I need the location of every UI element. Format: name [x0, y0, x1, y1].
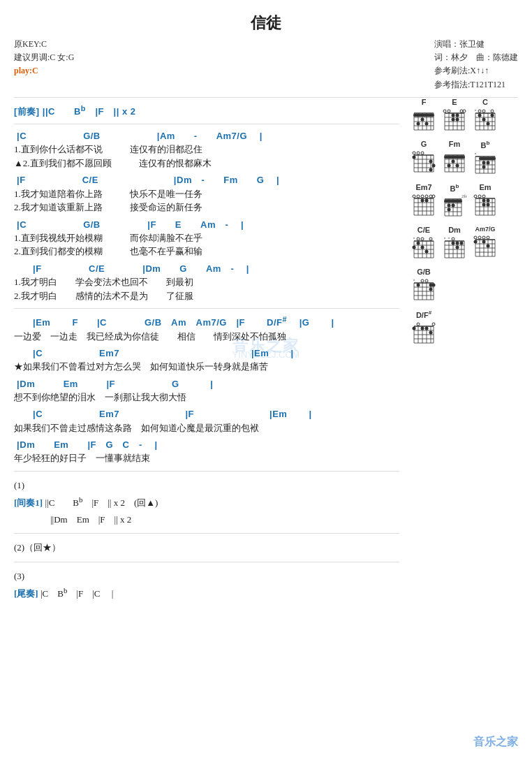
svg-point-14 [425, 122, 429, 126]
svg-point-206 [474, 240, 478, 244]
svg-point-171 [421, 246, 424, 249]
lyric-line-7: 想不到你绝望的泪水 一刹那让我大彻大悟 [14, 391, 399, 404]
chord-Fm: Fm [441, 140, 468, 176]
lyric-line-1a: 1.直到你什么话都不说 连仅有的泪都忍住 [14, 143, 399, 156]
svg-point-150 [482, 198, 486, 202]
svg-point-222 [421, 279, 424, 282]
svg-point-118 [432, 195, 435, 198]
chord-line-8: |C Em7 |F |Em | [14, 408, 399, 421]
svg-point-148 [478, 195, 481, 198]
chord-Em: Em [472, 183, 498, 219]
svg-point-46 [478, 110, 481, 112]
svg-point-186 [452, 238, 455, 240]
svg-rect-11 [413, 114, 434, 117]
svg-point-135 [448, 208, 451, 212]
svg-text:×: × [474, 108, 476, 112]
lyric-line-3b: 2.直到我们都变的模糊 也毫不在乎赢和输 [14, 245, 399, 258]
svg-point-239 [417, 323, 420, 326]
chord-GB: G/B × [411, 268, 437, 303]
chord-E: E [441, 98, 468, 133]
svg-rect-98 [479, 157, 496, 160]
outro-chords: [尾奏] |C Bb |F |C | [14, 584, 399, 602]
svg-point-85 [456, 164, 459, 168]
svg-point-70 [429, 168, 433, 172]
divider-2 [14, 124, 399, 124]
svg-point-99 [482, 161, 486, 164]
chord-Bb2: Bb 2fr [441, 183, 468, 219]
svg-point-13 [417, 122, 420, 126]
lyric-line-2b: 2.我才知道该重新上路 接受命运的新任务 [14, 201, 399, 214]
chord-CE: C/E × [411, 226, 437, 261]
strum-label: 参考刷法:X↑↓↑ [434, 64, 518, 78]
verse-a-chords-1: |C G/B |Am - Am7/G | 1.直到你什么话都不说 连仅有的泪都忍… [14, 130, 399, 170]
svg-point-66 [421, 152, 424, 154]
svg-point-170 [417, 242, 420, 245]
svg-point-207 [482, 240, 486, 244]
chord-C: C × [472, 98, 498, 133]
divider-6 [14, 562, 399, 562]
svg-point-223 [425, 279, 428, 282]
svg-point-113 [413, 195, 415, 198]
svg-point-151 [487, 198, 490, 202]
chord-line-6: |C Em7 |Em | [14, 347, 399, 360]
svg-point-101 [482, 165, 486, 168]
suggest-label: 建议男调:C 女:G [14, 51, 74, 64]
svg-point-27 [448, 110, 450, 112]
svg-point-100 [487, 161, 490, 164]
svg-point-83 [452, 160, 455, 163]
svg-point-12 [421, 118, 424, 122]
svg-point-189 [460, 242, 464, 245]
chorus-chords-4: |C Em7 |F |Em | 如果我们不曾走过感情这条路 如何知道心魔是最沉重… [14, 408, 399, 435]
verse-a-chords-2: |F C/E |Dm - Fm G | 1.我才知道陪着你上路 快乐不是唯一任务… [14, 174, 399, 214]
svg-point-204 [482, 236, 485, 239]
lyric-line-6: ★如果我们不曾看过对方怎么哭 如何知道快乐一转身就是痛苦 [14, 360, 399, 374]
interlude-1-dm: ||Dm Em |F || x 2 [14, 511, 399, 527]
chorus-chords-2: |C Em7 |Em | ★如果我们不曾看过对方怎么哭 如何知道快乐一转身就是痛… [14, 347, 399, 374]
svg-point-166 [417, 238, 420, 240]
lyric-line-5: 一边爱 一边走 我已经成为你信徒 相信 情到深处不怕孤独 [14, 330, 399, 344]
lyric-line-4b: 2.我才明白 感情的法术不是为 了征服 [14, 289, 399, 303]
chord-row-6: D/F# [411, 309, 522, 346]
svg-point-65 [417, 152, 420, 154]
svg-text:2fr: 2fr [461, 194, 468, 199]
svg-point-133 [448, 204, 451, 207]
svg-point-31 [456, 114, 459, 117]
play-label: play:C [14, 64, 74, 78]
svg-point-64 [413, 152, 415, 154]
lyric-line-8: 如果我们不曾走过感情这条路 如何知道心魔是最沉重的包袱 [14, 421, 399, 435]
svg-text:×: × [448, 236, 450, 240]
svg-point-241 [425, 326, 429, 330]
song-title: 信徒 [14, 13, 518, 34]
chord-row-4: C/E × [411, 226, 522, 261]
svg-rect-82 [444, 156, 465, 159]
prelude-chords: [前奏] ||C Bb |F || x 2 [14, 103, 399, 119]
svg-point-115 [421, 195, 424, 198]
footer-logo: 音乐之家 [473, 735, 518, 750]
chorus-chords-5: |Dm Em |F G C - | 年少轻狂的好日子 一懂事就结束 [14, 439, 399, 465]
marker-1: (1) [14, 477, 399, 493]
finger-label: 参考指法:T121T121 [434, 78, 518, 92]
lyric-line-2a: 1.我才知道陪着你上路 快乐不是唯一任务 [14, 187, 399, 201]
svg-point-205 [487, 236, 489, 239]
svg-point-116 [425, 195, 428, 198]
section-2: (2)（回★） [14, 539, 399, 555]
meta-section: 原KEY:C 建议男调:C 女:G play:C 演唱：张卫健 词：林夕 曲：陈… [14, 38, 518, 92]
divider-4 [14, 471, 399, 472]
page: 信徒 原KEY:C 建议男调:C 女:G play:C 演唱：张卫健 词：林夕 … [0, 0, 532, 758]
chord-Dm: Dm × × [441, 226, 468, 261]
marker-3: (3) [14, 568, 399, 584]
svg-point-48 [491, 110, 494, 112]
svg-point-147 [474, 195, 477, 198]
chord-row-3: Em7 [411, 183, 522, 219]
key-label: 原KEY:C [14, 38, 74, 51]
chorus-chords-3: |Dm Em |F G | 想不到你绝望的泪水 一刹那让我大彻大悟 [14, 378, 399, 404]
svg-point-224 [429, 288, 433, 291]
svg-point-153 [487, 203, 490, 206]
svg-point-28 [460, 110, 463, 112]
meta-left: 原KEY:C 建议男调:C 女:G play:C [14, 38, 74, 92]
divider-3 [14, 308, 399, 309]
svg-point-30 [452, 114, 455, 117]
svg-point-26 [443, 110, 446, 112]
svg-point-47 [482, 110, 485, 112]
svg-point-190 [456, 242, 459, 245]
